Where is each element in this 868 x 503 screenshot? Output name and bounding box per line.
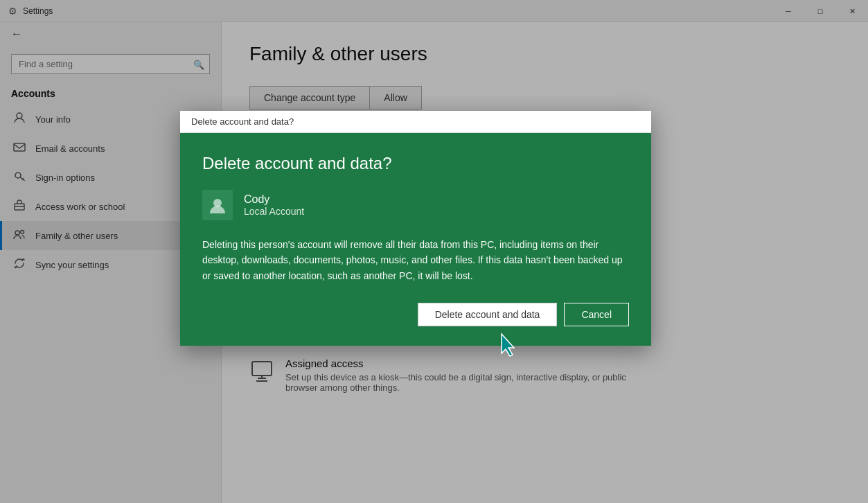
modal-body: Delete account and data? Cody Local Acco…: [180, 133, 651, 346]
user-avatar: [202, 190, 233, 220]
modal-titlebar: Delete account and data?: [180, 111, 651, 133]
user-name: Cody: [244, 193, 304, 206]
modal-warning-text: Deleting this person's account will remo…: [202, 237, 629, 283]
modal-heading: Delete account and data?: [202, 154, 629, 173]
cancel-button[interactable]: Cancel: [564, 303, 629, 326]
modal-user-info: Cody Local Account: [202, 190, 629, 220]
user-account-type: Local Account: [244, 206, 304, 217]
modal-overlay[interactable]: Delete account and data? Delete account …: [0, 0, 868, 503]
modal-dialog: Delete account and data? Delete account …: [180, 111, 651, 346]
modal-titlebar-text: Delete account and data?: [191, 116, 294, 127]
modal-actions: Delete account and data Cancel: [202, 303, 629, 326]
user-details: Cody Local Account: [244, 193, 304, 217]
delete-account-button[interactable]: Delete account and data: [418, 303, 558, 326]
